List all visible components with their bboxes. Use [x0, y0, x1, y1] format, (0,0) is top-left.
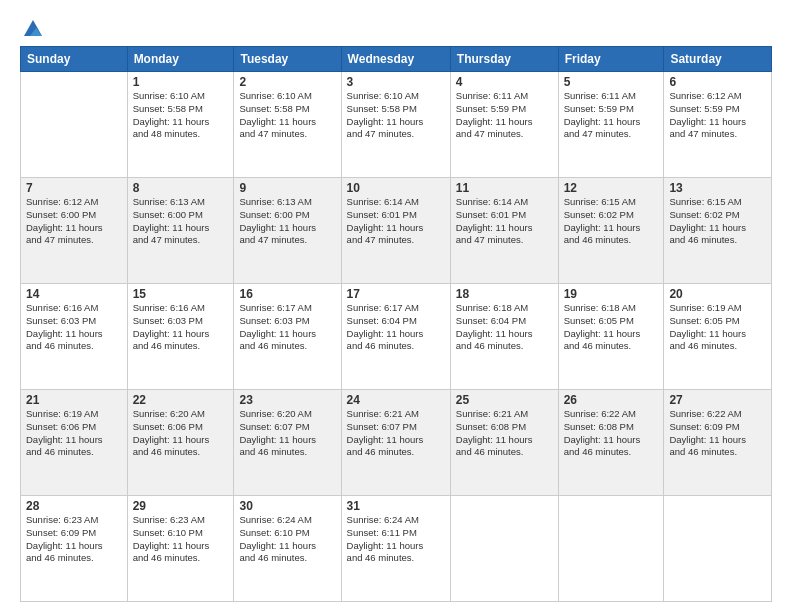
week-row-2: 7Sunrise: 6:12 AMSunset: 6:00 PMDaylight… [21, 178, 772, 284]
day-info: Sunrise: 6:22 AMSunset: 6:08 PMDaylight:… [564, 408, 659, 459]
calendar-cell: 28Sunrise: 6:23 AMSunset: 6:09 PMDayligh… [21, 496, 128, 602]
calendar-cell [450, 496, 558, 602]
day-info: Sunrise: 6:20 AMSunset: 6:07 PMDaylight:… [239, 408, 335, 459]
calendar-cell [558, 496, 664, 602]
logo-icon [22, 18, 44, 40]
day-header-wednesday: Wednesday [341, 47, 450, 72]
calendar-cell: 5Sunrise: 6:11 AMSunset: 5:59 PMDaylight… [558, 72, 664, 178]
day-info: Sunrise: 6:13 AMSunset: 6:00 PMDaylight:… [133, 196, 229, 247]
day-number: 23 [239, 393, 335, 407]
day-number: 13 [669, 181, 766, 195]
page: SundayMondayTuesdayWednesdayThursdayFrid… [0, 0, 792, 612]
week-row-5: 28Sunrise: 6:23 AMSunset: 6:09 PMDayligh… [21, 496, 772, 602]
day-number: 17 [347, 287, 445, 301]
day-number: 18 [456, 287, 553, 301]
calendar-cell: 3Sunrise: 6:10 AMSunset: 5:58 PMDaylight… [341, 72, 450, 178]
calendar-cell: 19Sunrise: 6:18 AMSunset: 6:05 PMDayligh… [558, 284, 664, 390]
day-info: Sunrise: 6:13 AMSunset: 6:00 PMDaylight:… [239, 196, 335, 247]
calendar-cell: 23Sunrise: 6:20 AMSunset: 6:07 PMDayligh… [234, 390, 341, 496]
day-info: Sunrise: 6:18 AMSunset: 6:04 PMDaylight:… [456, 302, 553, 353]
calendar-cell: 15Sunrise: 6:16 AMSunset: 6:03 PMDayligh… [127, 284, 234, 390]
week-row-4: 21Sunrise: 6:19 AMSunset: 6:06 PMDayligh… [21, 390, 772, 496]
day-number: 1 [133, 75, 229, 89]
day-number: 30 [239, 499, 335, 513]
day-number: 28 [26, 499, 122, 513]
logo [20, 18, 44, 36]
day-info: Sunrise: 6:24 AMSunset: 6:10 PMDaylight:… [239, 514, 335, 565]
day-info: Sunrise: 6:22 AMSunset: 6:09 PMDaylight:… [669, 408, 766, 459]
calendar-cell: 24Sunrise: 6:21 AMSunset: 6:07 PMDayligh… [341, 390, 450, 496]
day-info: Sunrise: 6:20 AMSunset: 6:06 PMDaylight:… [133, 408, 229, 459]
calendar-cell: 31Sunrise: 6:24 AMSunset: 6:11 PMDayligh… [341, 496, 450, 602]
day-header-thursday: Thursday [450, 47, 558, 72]
day-info: Sunrise: 6:23 AMSunset: 6:10 PMDaylight:… [133, 514, 229, 565]
calendar-cell: 21Sunrise: 6:19 AMSunset: 6:06 PMDayligh… [21, 390, 128, 496]
day-info: Sunrise: 6:17 AMSunset: 6:03 PMDaylight:… [239, 302, 335, 353]
day-number: 6 [669, 75, 766, 89]
day-info: Sunrise: 6:16 AMSunset: 6:03 PMDaylight:… [26, 302, 122, 353]
calendar-cell: 29Sunrise: 6:23 AMSunset: 6:10 PMDayligh… [127, 496, 234, 602]
day-number: 10 [347, 181, 445, 195]
calendar-cell: 30Sunrise: 6:24 AMSunset: 6:10 PMDayligh… [234, 496, 341, 602]
day-number: 19 [564, 287, 659, 301]
day-number: 15 [133, 287, 229, 301]
calendar-cell [21, 72, 128, 178]
week-row-1: 1Sunrise: 6:10 AMSunset: 5:58 PMDaylight… [21, 72, 772, 178]
calendar-cell: 13Sunrise: 6:15 AMSunset: 6:02 PMDayligh… [664, 178, 772, 284]
calendar-cell: 7Sunrise: 6:12 AMSunset: 6:00 PMDaylight… [21, 178, 128, 284]
calendar-cell: 8Sunrise: 6:13 AMSunset: 6:00 PMDaylight… [127, 178, 234, 284]
day-info: Sunrise: 6:10 AMSunset: 5:58 PMDaylight:… [133, 90, 229, 141]
day-info: Sunrise: 6:19 AMSunset: 6:06 PMDaylight:… [26, 408, 122, 459]
day-info: Sunrise: 6:10 AMSunset: 5:58 PMDaylight:… [239, 90, 335, 141]
day-info: Sunrise: 6:15 AMSunset: 6:02 PMDaylight:… [669, 196, 766, 247]
day-number: 26 [564, 393, 659, 407]
calendar-cell: 26Sunrise: 6:22 AMSunset: 6:08 PMDayligh… [558, 390, 664, 496]
calendar-cell: 17Sunrise: 6:17 AMSunset: 6:04 PMDayligh… [341, 284, 450, 390]
day-info: Sunrise: 6:18 AMSunset: 6:05 PMDaylight:… [564, 302, 659, 353]
day-info: Sunrise: 6:12 AMSunset: 5:59 PMDaylight:… [669, 90, 766, 141]
header [20, 18, 772, 36]
day-number: 27 [669, 393, 766, 407]
day-header-monday: Monday [127, 47, 234, 72]
day-header-sunday: Sunday [21, 47, 128, 72]
calendar-cell: 16Sunrise: 6:17 AMSunset: 6:03 PMDayligh… [234, 284, 341, 390]
calendar-cell: 25Sunrise: 6:21 AMSunset: 6:08 PMDayligh… [450, 390, 558, 496]
day-info: Sunrise: 6:17 AMSunset: 6:04 PMDaylight:… [347, 302, 445, 353]
header-row: SundayMondayTuesdayWednesdayThursdayFrid… [21, 47, 772, 72]
day-number: 16 [239, 287, 335, 301]
day-info: Sunrise: 6:11 AMSunset: 5:59 PMDaylight:… [456, 90, 553, 141]
day-number: 8 [133, 181, 229, 195]
day-number: 31 [347, 499, 445, 513]
calendar-cell [664, 496, 772, 602]
day-number: 11 [456, 181, 553, 195]
week-row-3: 14Sunrise: 6:16 AMSunset: 6:03 PMDayligh… [21, 284, 772, 390]
day-info: Sunrise: 6:16 AMSunset: 6:03 PMDaylight:… [133, 302, 229, 353]
day-number: 24 [347, 393, 445, 407]
calendar-cell: 22Sunrise: 6:20 AMSunset: 6:06 PMDayligh… [127, 390, 234, 496]
calendar-cell: 12Sunrise: 6:15 AMSunset: 6:02 PMDayligh… [558, 178, 664, 284]
day-number: 2 [239, 75, 335, 89]
calendar-cell: 27Sunrise: 6:22 AMSunset: 6:09 PMDayligh… [664, 390, 772, 496]
day-number: 7 [26, 181, 122, 195]
calendar-cell: 18Sunrise: 6:18 AMSunset: 6:04 PMDayligh… [450, 284, 558, 390]
day-info: Sunrise: 6:21 AMSunset: 6:08 PMDaylight:… [456, 408, 553, 459]
calendar-cell: 2Sunrise: 6:10 AMSunset: 5:58 PMDaylight… [234, 72, 341, 178]
calendar-cell: 20Sunrise: 6:19 AMSunset: 6:05 PMDayligh… [664, 284, 772, 390]
day-info: Sunrise: 6:14 AMSunset: 6:01 PMDaylight:… [347, 196, 445, 247]
calendar-cell: 1Sunrise: 6:10 AMSunset: 5:58 PMDaylight… [127, 72, 234, 178]
day-number: 9 [239, 181, 335, 195]
day-header-saturday: Saturday [664, 47, 772, 72]
day-info: Sunrise: 6:11 AMSunset: 5:59 PMDaylight:… [564, 90, 659, 141]
day-number: 14 [26, 287, 122, 301]
calendar-table: SundayMondayTuesdayWednesdayThursdayFrid… [20, 46, 772, 602]
calendar-cell: 6Sunrise: 6:12 AMSunset: 5:59 PMDaylight… [664, 72, 772, 178]
day-number: 25 [456, 393, 553, 407]
calendar-cell: 9Sunrise: 6:13 AMSunset: 6:00 PMDaylight… [234, 178, 341, 284]
day-number: 5 [564, 75, 659, 89]
day-info: Sunrise: 6:21 AMSunset: 6:07 PMDaylight:… [347, 408, 445, 459]
day-number: 12 [564, 181, 659, 195]
calendar-cell: 11Sunrise: 6:14 AMSunset: 6:01 PMDayligh… [450, 178, 558, 284]
calendar-cell: 14Sunrise: 6:16 AMSunset: 6:03 PMDayligh… [21, 284, 128, 390]
day-header-tuesday: Tuesday [234, 47, 341, 72]
day-number: 4 [456, 75, 553, 89]
